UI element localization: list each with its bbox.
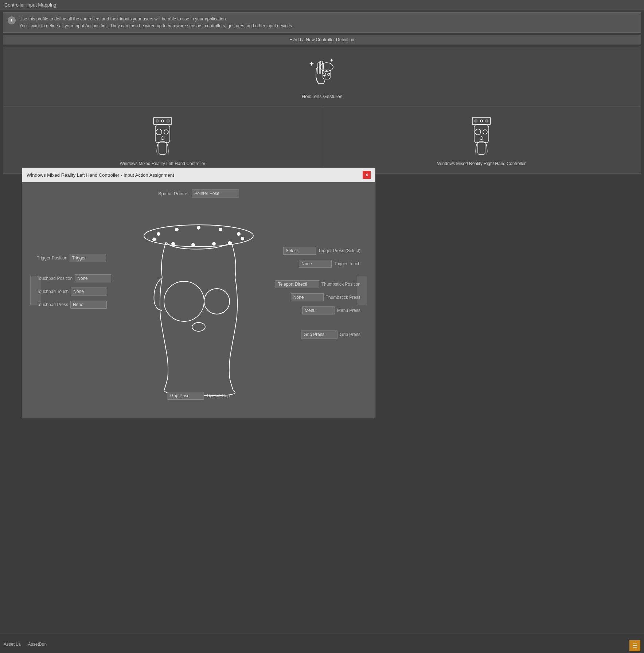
trigger-touch-select[interactable]: None: [299, 260, 332, 268]
svg-point-11: [164, 130, 168, 134]
svg-point-26: [197, 226, 200, 229]
svg-point-33: [172, 242, 175, 245]
touchpad-position-label: Touchpad Position: [37, 276, 73, 281]
svg-rect-13: [159, 142, 166, 155]
right-controller-icon: [463, 114, 500, 158]
touchpad-press-select[interactable]: None: [70, 301, 107, 309]
hololens-label: HoloLens Gestures: [302, 94, 342, 99]
svg-point-29: [153, 238, 156, 241]
svg-point-7: [161, 120, 164, 122]
left-controller-label: Windows Mixed Reality Left Hand Controll…: [120, 161, 206, 166]
svg-point-8: [167, 120, 169, 122]
touchpad-position-select[interactable]: None: [75, 274, 111, 282]
menu-press-select[interactable]: Menu None: [302, 306, 335, 314]
svg-point-21: [480, 137, 483, 140]
thumbstick-press-row: None Thumbstick Press: [291, 293, 360, 301]
touchpad-touch-row: Touchpad Touch None: [37, 288, 111, 296]
svg-point-32: [241, 237, 244, 240]
diagram-area: Trigger Position Trigger None Touchpad P…: [33, 203, 364, 407]
hololens-panel[interactable]: HoloLens Gestures: [3, 47, 641, 107]
info-box: ! Use this profile to define all the con…: [3, 12, 641, 33]
svg-point-36: [204, 289, 230, 314]
grip-press-select[interactable]: Grip Press None: [301, 331, 337, 339]
thumbstick-press-select[interactable]: None: [291, 293, 324, 301]
info-icon: !: [8, 16, 16, 24]
svg-point-34: [212, 242, 215, 245]
trigger-press-label: Trigger Press (Select): [318, 248, 360, 253]
touchpad-press-row: Touchpad Press None: [37, 301, 111, 309]
grip-press-label: Grip Press: [340, 332, 360, 337]
svg-point-16: [480, 120, 483, 122]
trigger-press-row: Select None Trigger Press (Select): [283, 247, 360, 255]
grip-press-row: Grip Press None Grip Press: [301, 331, 360, 339]
svg-point-15: [475, 120, 477, 122]
add-controller-button[interactable]: + Add a New Controller Definition: [3, 35, 641, 44]
left-controller-panel[interactable]: Windows Mixed Reality Left Hand Controll…: [3, 107, 322, 173]
svg-point-3: [328, 73, 330, 75]
header-title: Controller Input Mapping: [4, 2, 56, 8]
left-label-group: Trigger Position Trigger None Touchpad P…: [37, 254, 111, 309]
trigger-press-select[interactable]: Select None: [283, 247, 316, 255]
header: Controller Input Mapping: [0, 0, 644, 10]
touchpad-position-row: Touchpad Position None: [37, 274, 111, 282]
controller-pair: Windows Mixed Reality Left Hand Controll…: [3, 107, 641, 174]
modal-dialog: Windows Mixed Reality Left Hand Controll…: [22, 168, 375, 418]
spatial-grip-label: Spatial Grip: [207, 393, 230, 398]
trigger-position-select[interactable]: Trigger None: [70, 254, 106, 262]
thumbstick-position-select[interactable]: Teleport Directi None: [276, 280, 319, 288]
svg-point-10: [156, 129, 162, 135]
svg-point-27: [219, 228, 222, 231]
trigger-position-row: Trigger Position Trigger None: [37, 254, 111, 262]
controller-diagram: [129, 214, 268, 397]
menu-press-label: Menu Press: [337, 308, 360, 313]
touchpad-touch-select[interactable]: None: [71, 288, 107, 296]
svg-point-37: [192, 322, 205, 331]
svg-point-12: [161, 137, 164, 140]
svg-point-35: [164, 281, 204, 321]
thumbstick-press-label: Thumbstick Press: [326, 295, 360, 300]
modal-header: Windows Mixed Reality Left Hand Controll…: [22, 168, 375, 182]
thumbstick-position-label: Thumbstick Position: [321, 282, 360, 287]
asset-bundle-icon[interactable]: ☷: [629, 640, 640, 651]
svg-rect-22: [478, 142, 485, 155]
spatial-pointer-select[interactable]: Pointer Pose None: [192, 189, 239, 198]
spatial-pointer-row: Spatial Pointer Pointer Pose None: [33, 189, 364, 198]
svg-point-17: [486, 120, 488, 122]
bottom-bar: Asset La AssetBun ☷: [0, 635, 644, 653]
menu-press-row: Menu None Menu Press: [302, 306, 360, 314]
thumbstick-position-row: Teleport Directi None Thumbstick Positio…: [276, 280, 360, 288]
asset-bundle-label: AssetBun: [28, 642, 47, 647]
hololens-icon: [300, 54, 344, 91]
modal-title: Windows Mixed Reality Left Hand Controll…: [27, 172, 174, 178]
svg-point-20: [483, 130, 487, 134]
trigger-position-label: Trigger Position: [37, 255, 67, 261]
asset-label: Asset La: [4, 642, 21, 647]
trigger-touch-row: None Trigger Touch: [299, 260, 360, 268]
right-controller-label: Windows Mixed Reality Right Hand Control…: [437, 161, 526, 166]
spatial-pointer-label: Spatial Pointer: [158, 191, 189, 196]
touchpad-press-label: Touchpad Press: [37, 302, 68, 307]
svg-point-25: [175, 228, 178, 231]
svg-point-6: [156, 120, 158, 122]
spatial-grip-row: Grip Pose None Spatial Grip: [168, 392, 230, 400]
right-label-group: Select None Trigger Press (Select) None …: [276, 247, 360, 339]
info-text: Use this profile to define all the contr…: [19, 16, 293, 30]
svg-point-19: [475, 129, 481, 135]
left-controller-icon: [144, 114, 181, 158]
svg-point-24: [157, 232, 160, 235]
trigger-touch-label: Trigger Touch: [334, 261, 360, 266]
touchpad-touch-label: Touchpad Touch: [37, 289, 69, 294]
spatial-grip-select[interactable]: Grip Pose None: [168, 392, 204, 400]
svg-point-30: [192, 243, 195, 246]
right-controller-panel[interactable]: Windows Mixed Reality Right Hand Control…: [322, 107, 641, 173]
modal-close-button[interactable]: ×: [363, 171, 371, 179]
svg-point-28: [237, 232, 240, 235]
modal-body: Spatial Pointer Pointer Pose None Trigge…: [22, 182, 375, 418]
